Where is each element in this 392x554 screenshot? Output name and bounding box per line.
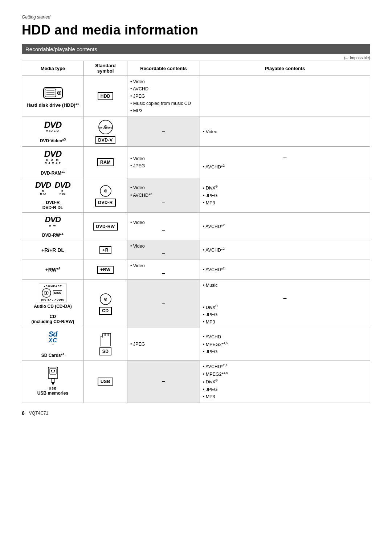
media-type-sd: Sd XC ™ SD Cards*1 bbox=[22, 328, 84, 360]
playable-dvd-r: DivX® JPEG MP3 bbox=[200, 178, 370, 213]
svg-rect-28 bbox=[50, 368, 56, 374]
media-type-plus-rw: +RW*1 bbox=[22, 260, 84, 280]
symbol-dvd-video: DVD-Video DVD-V bbox=[84, 117, 127, 147]
playable-usb: AVCHD*2,4 MPEG2*4,5 DivX® JPEG MP3 bbox=[200, 360, 370, 403]
svg-line-17 bbox=[44, 291, 45, 292]
playable-hdd bbox=[200, 76, 370, 117]
col-standard-symbol: Standard symbol bbox=[84, 61, 127, 76]
symbol-plus-r: +R bbox=[84, 240, 127, 260]
table-row: DVD VIDEO DVD-Video*3 DVD-Video DVD-V – bbox=[22, 117, 370, 147]
playable-dvd-rw: AVCHD*2 bbox=[200, 213, 370, 240]
page-footer: 6 VQT4C71 bbox=[22, 410, 370, 416]
col-playable: Playable contents bbox=[200, 61, 370, 76]
playable-plus-rw: AVCHD*2 bbox=[200, 260, 370, 280]
recordable-dvd-ram: Video JPEG bbox=[127, 147, 200, 178]
recordable-plus-rw: Video – bbox=[127, 260, 200, 280]
dvd-r-disc-icon bbox=[99, 184, 112, 197]
svg-point-3 bbox=[58, 92, 60, 94]
media-type-dvd-rw: DVD R W DVD-RW*1 bbox=[22, 213, 84, 240]
recordable-cd: – bbox=[127, 280, 200, 328]
svg-point-16 bbox=[46, 292, 47, 294]
page-number: 6 bbox=[22, 410, 25, 416]
playable-sd: AVCHD MPEG2*4,5 JPEG bbox=[200, 328, 370, 360]
recordable-hdd: Video AVCHD JPEG Music copied from music… bbox=[127, 76, 200, 117]
media-type-usb: USB USB memories bbox=[22, 360, 84, 403]
model-number: VQT4C71 bbox=[29, 411, 48, 416]
sd-card-icon bbox=[101, 333, 111, 346]
table-row: DVD R R 4.7 DVD R R DL DVD-R DVD-R DL bbox=[22, 178, 370, 213]
media-type-dvd-video: DVD VIDEO DVD-Video*3 bbox=[22, 117, 84, 147]
symbol-dvd-r: DVD-R bbox=[84, 178, 127, 213]
table-row: USB USB memories USB – AVCHD*2,4 MPEG2*4… bbox=[22, 360, 370, 403]
cd-disc-icon bbox=[99, 293, 112, 306]
media-type-dvd-ram: DVD R A M R A M 4.7 DVD-RAM*1 bbox=[22, 147, 84, 178]
recordable-plus-r: Video – bbox=[127, 240, 200, 260]
recordable-sd: JPEG bbox=[127, 328, 200, 360]
page-title: HDD and media information bbox=[22, 23, 370, 38]
media-type-dvd-r: DVD R R 4.7 DVD R R DL DVD-R DVD-R DL bbox=[22, 178, 84, 213]
recordable-dvd-r: Video AVCHD*2 – bbox=[127, 178, 200, 213]
svg-rect-29 bbox=[51, 379, 55, 382]
media-table: Media type Standard symbol Recordable co… bbox=[22, 61, 370, 403]
playable-plus-r: AVCHD*2 bbox=[200, 240, 370, 260]
symbol-dvd-rw: DVD-RW bbox=[84, 213, 127, 240]
playable-dvd-video: Video bbox=[200, 117, 370, 147]
playable-dvd-ram: – AVCHD*2 bbox=[200, 147, 370, 178]
media-type-plus-r: +R/+R DL bbox=[22, 240, 84, 260]
col-recordable: Recordable contents bbox=[127, 61, 200, 76]
svg-rect-30 bbox=[52, 382, 54, 384]
table-row: Hard disk drive (HDD)*1 HDD Video AVCHD … bbox=[22, 76, 370, 117]
dvd-video-disc-icon: DVD-Video bbox=[98, 119, 114, 135]
col-media-type: Media type bbox=[22, 61, 84, 76]
cd-logo-disc bbox=[41, 288, 52, 298]
playable-cd: Music – DivX® JPEG MP3 bbox=[200, 280, 370, 328]
recordable-usb: – bbox=[127, 360, 200, 403]
getting-started-label: Getting started bbox=[22, 15, 370, 20]
hdd-icon bbox=[42, 85, 64, 101]
media-type-hdd: Hard disk drive (HDD)*1 bbox=[22, 76, 84, 117]
recordable-dvd-rw: Video – bbox=[127, 213, 200, 240]
svg-line-18 bbox=[44, 294, 45, 295]
symbol-sd: SD bbox=[84, 328, 127, 360]
svg-point-21 bbox=[105, 299, 106, 300]
section-header: Recordable/playable contents bbox=[22, 44, 370, 54]
svg-point-13 bbox=[105, 190, 106, 191]
table-row: +R/+R DL +R Video – AVCHD*2 bbox=[22, 240, 370, 260]
symbol-plus-rw: +RW bbox=[84, 260, 127, 280]
symbol-cd: CD bbox=[84, 280, 127, 328]
table-row: DVD R A M R A M 4.7 DVD-RAM*1 RAM Video … bbox=[22, 147, 370, 178]
impossible-note: (–: Impossible) bbox=[22, 56, 370, 60]
media-type-cd: ●COMPACT DISC DIGITAL AUDIO bbox=[22, 280, 84, 328]
table-row: DVD R W DVD-RW*1 DVD-RW Video – AVCHD*2 bbox=[22, 213, 370, 240]
table-row: Sd XC ™ SD Cards*1 bbox=[22, 328, 370, 360]
table-row: ●COMPACT DISC DIGITAL AUDIO bbox=[22, 280, 370, 328]
usb-drive-icon bbox=[46, 367, 60, 384]
svg-rect-1 bbox=[45, 89, 56, 97]
table-row: +RW*1 +RW Video – AVCHD*2 bbox=[22, 260, 370, 280]
svg-text:DVD-Video: DVD-Video bbox=[99, 126, 112, 129]
recordable-dvd-video: – bbox=[127, 117, 200, 147]
symbol-hdd: HDD bbox=[84, 76, 127, 117]
symbol-usb: USB bbox=[84, 360, 127, 403]
symbol-dvd-ram: RAM bbox=[84, 147, 127, 178]
